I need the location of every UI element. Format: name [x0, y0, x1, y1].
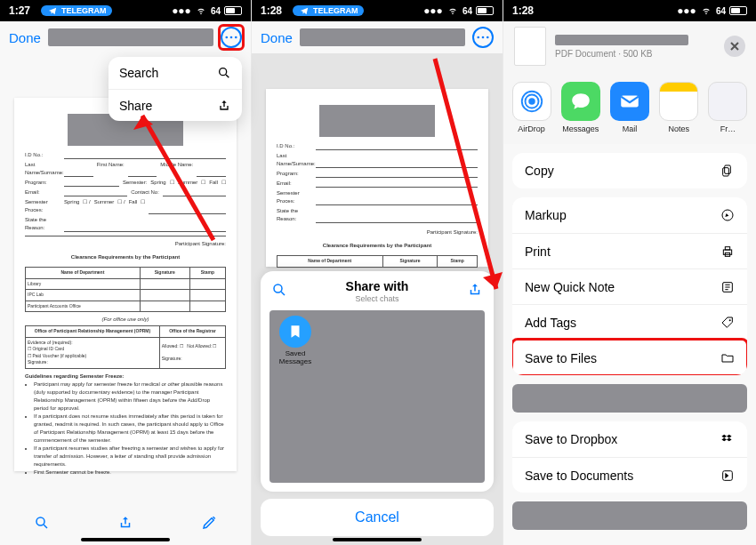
action-quick-note[interactable]: New Quick Note: [512, 268, 747, 304]
svg-rect-20: [725, 165, 731, 173]
svg-line-4: [226, 75, 229, 77]
cancel-button[interactable]: Cancel: [261, 499, 494, 536]
svg-point-16: [528, 98, 535, 105]
status-time: 1:27: [9, 4, 30, 17]
share-sheet-header: PDF Document · 500 KB: [503, 21, 756, 71]
messages-icon: [561, 82, 600, 121]
wifi-icon: [195, 6, 207, 15]
wifi-icon: [700, 6, 712, 15]
battery-percent: 64: [211, 6, 221, 16]
home-indicator: [81, 538, 170, 541]
action-markup[interactable]: Markup: [512, 197, 747, 233]
done-button[interactable]: Done: [261, 30, 293, 45]
markup-icon: [720, 208, 735, 222]
app-mail[interactable]: Mail: [605, 82, 654, 133]
title-redacted: [48, 28, 213, 46]
actions-group-2: Markup Print New Quick Note Add Tags Sav…: [512, 197, 747, 375]
app-messages[interactable]: Messages: [556, 82, 605, 133]
home-indicator: [333, 538, 422, 541]
menu-share[interactable]: Share: [109, 89, 242, 121]
status-time: 1:28: [261, 4, 282, 17]
header-bar: Done: [252, 21, 503, 53]
header-bar: Done: [0, 21, 251, 53]
redacted-action: [512, 501, 747, 530]
close-icon: [730, 42, 739, 51]
share-sheet: Share with Select chats Saved Messages: [261, 271, 494, 492]
notes-icon: [659, 82, 698, 121]
more-button[interactable]: [472, 27, 494, 48]
dropbox-icon: [720, 432, 735, 446]
filename-redacted: [555, 35, 688, 45]
documents-icon: [720, 469, 735, 483]
print-icon: [720, 244, 735, 259]
highlight-box: [218, 24, 245, 51]
share-icon[interactable]: [117, 515, 133, 531]
action-print[interactable]: Print: [512, 233, 747, 268]
app-icon: [708, 82, 747, 121]
tag-icon: [720, 316, 735, 330]
share-body-redacted: Saved Messages: [269, 310, 485, 483]
svg-point-9: [477, 36, 479, 39]
doc-title-redacted: [319, 105, 435, 137]
status-bar: 1:27 TELEGRAM ●●● 64: [0, 0, 251, 21]
share-title: Share with: [346, 279, 409, 293]
mail-icon: [610, 82, 649, 121]
document-thumbnail: [514, 27, 546, 66]
file-subtitle: PDF Document · 500 KB: [555, 49, 715, 59]
actions-group-1: Copy: [512, 153, 747, 188]
bookmark-icon: [279, 316, 311, 348]
action-save-dropbox[interactable]: Save to Dropbox: [512, 421, 747, 457]
action-add-tags[interactable]: Add Tags: [512, 304, 747, 340]
document-preview: I.D No.: Last Name/Surname: Program: Ema…: [266, 89, 488, 267]
folder-icon: [720, 351, 735, 365]
app-airdrop[interactable]: AirDrop: [507, 82, 556, 133]
search-icon: [217, 66, 231, 80]
menu-search[interactable]: Search: [109, 57, 242, 89]
done-button[interactable]: Done: [9, 30, 41, 45]
wifi-icon: [446, 6, 459, 15]
phone-screenshot-3: 1:28 ●●● 64 PDF Document · 500 KB AirDro…: [503, 0, 756, 545]
redacted-action: [512, 384, 747, 413]
app-notes[interactable]: Notes: [655, 82, 704, 133]
status-time: 1:28: [512, 4, 534, 17]
app-more[interactable]: Fr…: [704, 82, 752, 133]
phone-screenshot-1: 1:27 TELEGRAM ●●● 64 Done Search Share: [0, 0, 252, 545]
close-button[interactable]: [724, 36, 745, 57]
svg-point-12: [274, 285, 282, 293]
airdrop-icon: [512, 82, 551, 121]
context-menu: Search Share: [109, 57, 242, 121]
markup-icon[interactable]: [201, 515, 217, 531]
svg-point-11: [487, 36, 489, 39]
telegram-pill: TELEGRAM: [41, 5, 112, 16]
action-save-documents[interactable]: Save to Documents: [512, 457, 747, 493]
quick-note-icon: [720, 280, 735, 294]
actions-group-3: Save to Dropbox Save to Documents: [512, 421, 747, 493]
telegram-pill: TELEGRAM: [293, 5, 364, 16]
share-icon[interactable]: [467, 282, 483, 298]
document-preview: I.D No.: Last Name/Surname:First Name:Mi…: [14, 98, 237, 471]
action-copy[interactable]: Copy: [512, 153, 747, 188]
share-subtitle: Select chats: [261, 294, 494, 303]
svg-rect-23: [723, 250, 731, 254]
svg-point-10: [482, 36, 485, 39]
svg-rect-24: [725, 246, 729, 249]
svg-rect-21: [723, 168, 729, 176]
share-apps-row: AirDrop Messages Mail Notes Fr…: [503, 71, 756, 144]
copy-icon: [720, 164, 735, 178]
title-redacted: [300, 28, 465, 46]
status-bar: 1:28 TELEGRAM ●●● 64: [252, 0, 503, 21]
svg-line-13: [281, 292, 285, 295]
action-save-to-files[interactable]: Save to Files: [512, 340, 747, 375]
battery-icon: [224, 6, 242, 15]
signal-icon: ●●●: [172, 4, 191, 17]
search-icon[interactable]: [271, 282, 287, 298]
svg-point-7: [36, 517, 44, 525]
svg-line-8: [44, 525, 47, 528]
saved-messages[interactable]: Saved Messages: [275, 316, 316, 365]
svg-point-3: [220, 68, 227, 76]
more-button[interactable]: [221, 27, 242, 48]
status-bar: 1:28 ●●● 64: [503, 0, 756, 21]
search-icon[interactable]: [34, 515, 50, 531]
clearance-table: Name of DepartmentSignatureStamp Library…: [25, 267, 226, 312]
svg-point-27: [729, 319, 731, 321]
